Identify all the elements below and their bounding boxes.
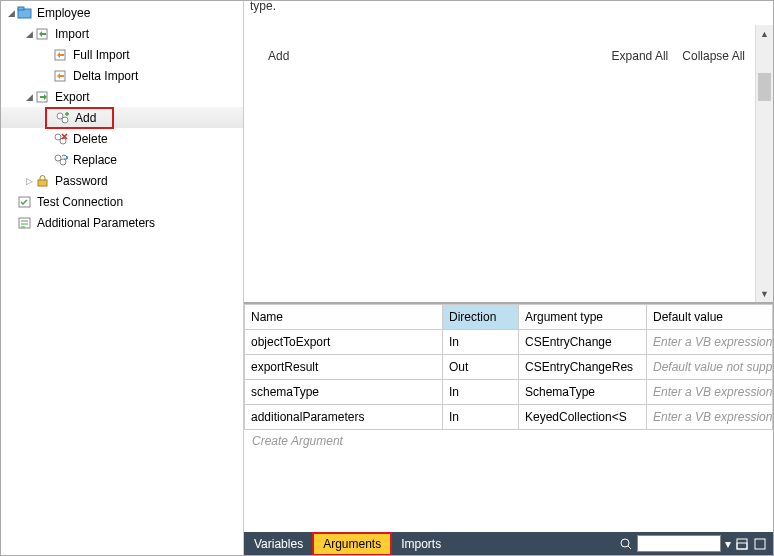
export-icon: [35, 89, 51, 105]
cell-direction[interactable]: In: [443, 380, 519, 405]
vertical-scrollbar[interactable]: ▲ ▼: [755, 25, 773, 302]
expander-icon[interactable]: ◢: [5, 8, 17, 18]
import-delta-icon: [53, 68, 69, 84]
maximize-panel-icon[interactable]: [753, 537, 767, 551]
table-row[interactable]: exportResultOutCSEntryChangeResDefault v…: [245, 355, 773, 380]
password-icon: [35, 173, 51, 189]
test-connection-icon: [17, 194, 33, 210]
replace-icon: [53, 152, 69, 168]
cell-name[interactable]: objectToExport: [245, 330, 443, 355]
cell-default[interactable]: Enter a VB expression: [647, 380, 773, 405]
table-row[interactable]: additionalParametersInKeyedCollection<SE…: [245, 405, 773, 430]
collapse-all-action[interactable]: Collapse All: [682, 49, 745, 63]
tree-label: Import: [55, 27, 89, 41]
expander-icon[interactable]: ◢: [23, 29, 35, 39]
search-input[interactable]: [637, 535, 721, 552]
col-direction[interactable]: Direction: [443, 305, 519, 330]
parameters-icon: [17, 215, 33, 231]
tab-variables[interactable]: Variables: [244, 533, 313, 555]
expander-icon[interactable]: ◢: [23, 92, 35, 102]
tree-item-additional-parameters[interactable]: Additional Parameters: [1, 212, 243, 233]
tree-label: Test Connection: [37, 195, 123, 209]
tree-item-password[interactable]: ▷ Password: [1, 170, 243, 191]
tree-item-delta-import[interactable]: Delta Import: [1, 65, 243, 86]
tree-label: Employee: [37, 6, 90, 20]
col-default[interactable]: Default value: [647, 305, 773, 330]
svg-rect-1: [18, 7, 24, 10]
scroll-thumb[interactable]: [758, 73, 771, 101]
cell-default[interactable]: Enter a VB expression: [647, 330, 773, 355]
tree-item-import[interactable]: ◢ Import: [1, 23, 243, 44]
expand-all-action[interactable]: Expand All: [612, 49, 669, 63]
svg-rect-18: [755, 539, 765, 549]
cell-direction[interactable]: In: [443, 405, 519, 430]
tab-imports[interactable]: Imports: [391, 533, 451, 555]
tree-label: Add: [75, 111, 96, 125]
cell-argtype[interactable]: SchemaType: [519, 380, 647, 405]
tree-label: Delete: [73, 132, 108, 146]
cell-argtype[interactable]: CSEntryChange: [519, 330, 647, 355]
svg-rect-17: [737, 543, 747, 549]
tree-panel: ◢ Employee ◢ Import Full Import Delta Im…: [1, 1, 244, 555]
tree-item-employee[interactable]: ◢ Employee: [1, 2, 243, 23]
tree-label: Password: [55, 174, 108, 188]
table-row[interactable]: schemaTypeInSchemaTypeEnter a VB express…: [245, 380, 773, 405]
cell-default[interactable]: Enter a VB expression: [647, 405, 773, 430]
col-argtype[interactable]: Argument type: [519, 305, 647, 330]
svg-rect-16: [737, 539, 747, 549]
scroll-down-icon[interactable]: ▼: [756, 285, 773, 302]
cell-default[interactable]: Default value not suppor: [647, 355, 773, 380]
tree-item-replace[interactable]: Replace: [1, 149, 243, 170]
add-action[interactable]: Add: [268, 49, 598, 63]
arguments-grid: Name Direction Argument type Default val…: [244, 304, 773, 532]
cell-name[interactable]: exportResult: [245, 355, 443, 380]
expander-icon[interactable]: ▷: [23, 176, 35, 186]
svg-point-15: [621, 539, 629, 547]
tree-item-add[interactable]: Add: [1, 107, 243, 128]
add-icon: [55, 110, 71, 126]
cell-direction[interactable]: In: [443, 330, 519, 355]
fragment-text: type.: [250, 0, 276, 13]
import-icon: [35, 26, 51, 42]
tree-item-export[interactable]: ◢ Export: [1, 86, 243, 107]
tree-label: Replace: [73, 153, 117, 167]
tree-item-test-connection[interactable]: Test Connection: [1, 191, 243, 212]
create-argument-row[interactable]: Create Argument: [244, 430, 773, 452]
col-name[interactable]: Name: [245, 305, 443, 330]
tree-item-delete[interactable]: Delete: [1, 128, 243, 149]
cell-argtype[interactable]: CSEntryChangeRes: [519, 355, 647, 380]
tree-label: Delta Import: [73, 69, 138, 83]
bottom-tab-bar: Variables Arguments Imports ▾: [244, 532, 773, 555]
tab-arguments[interactable]: Arguments: [313, 533, 391, 555]
import-full-icon: [53, 47, 69, 63]
grid-header-row: Name Direction Argument type Default val…: [245, 305, 773, 330]
expand-panel-icon[interactable]: [735, 537, 749, 551]
designer-canvas[interactable]: type. Add Expand All Collapse All ▲ ▼: [244, 1, 773, 303]
tree-label: Additional Parameters: [37, 216, 155, 230]
svg-point-7: [62, 117, 68, 123]
cell-name[interactable]: schemaType: [245, 380, 443, 405]
cell-argtype[interactable]: KeyedCollection<S: [519, 405, 647, 430]
folder-icon: [17, 5, 33, 21]
tree-label: Full Import: [73, 48, 130, 62]
search-icon[interactable]: [619, 537, 633, 551]
cell-name[interactable]: additionalParameters: [245, 405, 443, 430]
scroll-up-icon[interactable]: ▲: [756, 25, 773, 42]
table-row[interactable]: objectToExportInCSEntryChangeEnter a VB …: [245, 330, 773, 355]
svg-rect-12: [38, 180, 47, 186]
svg-point-11: [60, 159, 66, 165]
tree-item-full-import[interactable]: Full Import: [1, 44, 243, 65]
cell-direction[interactable]: Out: [443, 355, 519, 380]
delete-icon: [53, 131, 69, 147]
tree-label: Export: [55, 90, 90, 104]
dropdown-icon[interactable]: ▾: [725, 537, 731, 551]
